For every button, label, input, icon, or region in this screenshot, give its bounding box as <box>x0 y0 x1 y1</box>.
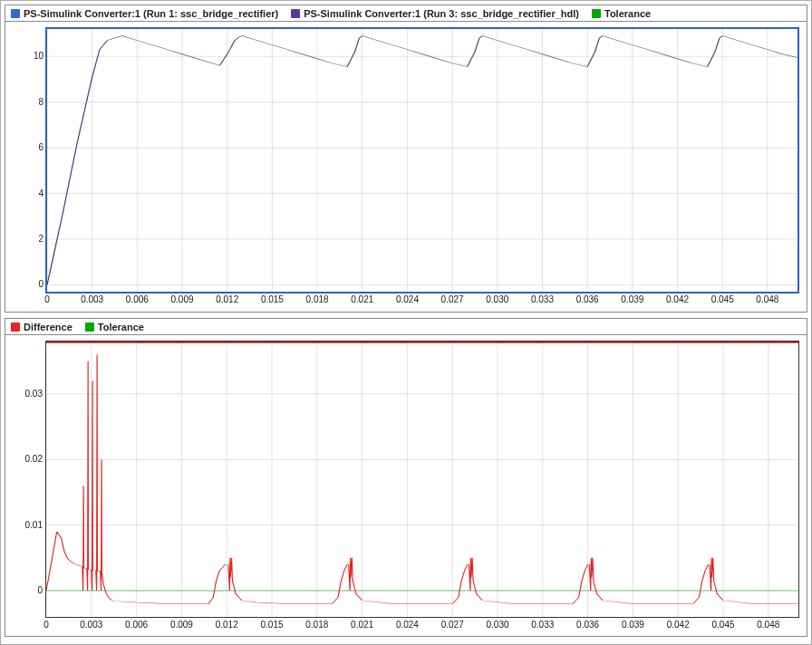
xtick-label: 0.015 <box>260 620 283 630</box>
legend-label-run3: PS-Simulink Converter:1 (Run 3: ssc_brid… <box>304 8 579 19</box>
xtick-label: 0.042 <box>666 294 689 304</box>
ytick-label: 2 <box>9 234 44 244</box>
xtick-label: 0.003 <box>81 294 103 304</box>
xtick-label: 0.027 <box>441 294 464 304</box>
swatch-diff <box>11 322 20 332</box>
xtick-label: 0.030 <box>486 620 508 630</box>
xtick-label: 0.003 <box>80 620 102 630</box>
xtick-label: 0.039 <box>622 620 644 630</box>
signal-trace <box>47 36 798 285</box>
xtick-label: 0.027 <box>441 620 464 630</box>
signal-grid <box>47 29 798 292</box>
difference-plot <box>46 342 798 617</box>
ytick-label: 0.02 <box>8 454 43 464</box>
xtick-label: 0.018 <box>306 294 329 304</box>
signal-legend: PS-Simulink Converter:1 (Run 1: ssc_brid… <box>5 5 807 22</box>
page: PS-Simulink Converter:1 (Run 1: ssc_brid… <box>0 0 812 645</box>
signal-svg <box>47 29 798 292</box>
xtick-label: 0.015 <box>261 294 284 304</box>
xtick-label: 0.024 <box>396 620 419 630</box>
legend-item-run3: PS-Simulink Converter:1 (Run 3: ssc_brid… <box>291 8 579 19</box>
ytick-label: 0 <box>9 279 44 289</box>
xtick-label: 0.030 <box>486 294 508 304</box>
legend-label-run1: PS-Simulink Converter:1 (Run 1: ssc_brid… <box>24 8 278 19</box>
xtick-label: 0.012 <box>216 620 238 630</box>
ytick-label: 6 <box>9 142 44 152</box>
legend-label-diff: Difference <box>24 322 72 332</box>
difference-svg <box>46 342 798 617</box>
ytick-label: 10 <box>9 51 44 61</box>
legend-item-diff: Difference <box>11 322 72 332</box>
xtick-label: 0.012 <box>216 294 238 304</box>
xtick-label: 0.045 <box>711 294 734 304</box>
xtick-label: 0.048 <box>756 294 778 304</box>
difference-grid <box>46 342 798 617</box>
xtick-label: 0.009 <box>171 294 194 304</box>
xtick-label: 0.021 <box>351 620 373 630</box>
xtick-label: 0.006 <box>126 294 149 304</box>
ytick-label: 8 <box>9 97 44 107</box>
swatch-run1 <box>11 9 20 18</box>
xtick-label: 0.045 <box>711 620 734 630</box>
swatch-run3 <box>291 9 300 18</box>
legend-item-tol-top: Tolerance <box>592 8 651 19</box>
signal-plot-stage[interactable]: 024681000.0030.0060.0090.0120.0150.0180.… <box>45 27 799 294</box>
signal-panel: PS-Simulink Converter:1 (Run 1: ssc_brid… <box>5 5 807 313</box>
ytick-label: 0.03 <box>8 389 43 399</box>
signal-plot <box>47 29 798 292</box>
ytick-label: 0 <box>8 585 43 595</box>
xtick-label: 0 <box>44 294 50 304</box>
ytick-label: 0.01 <box>8 520 43 530</box>
xtick-label: 0.042 <box>667 620 690 630</box>
legend-item-run1: PS-Simulink Converter:1 (Run 1: ssc_brid… <box>11 8 278 19</box>
xtick-label: 0.024 <box>396 294 419 304</box>
difference-panel: Difference Tolerance 00.010.020.0300.003… <box>5 318 807 637</box>
xtick-label: 0.036 <box>576 294 599 304</box>
xtick-label: 0.033 <box>531 620 554 630</box>
difference-plot-stage[interactable]: 00.010.020.0300.0030.0060.0090.0120.0150… <box>45 341 799 618</box>
difference-trace <box>46 354 798 603</box>
xtick-label: 0.009 <box>170 620 193 630</box>
swatch-tol-top <box>592 9 601 18</box>
xtick-label: 0.021 <box>351 294 373 304</box>
xtick-label: 0.033 <box>531 294 554 304</box>
xtick-label: 0 <box>44 620 49 630</box>
legend-label-tol-bot: Tolerance <box>98 322 144 332</box>
xtick-label: 0.018 <box>305 620 328 630</box>
xtick-label: 0.048 <box>757 620 779 630</box>
xtick-label: 0.036 <box>576 620 599 630</box>
ytick-label: 4 <box>9 188 44 198</box>
swatch-tol-bot <box>85 322 94 332</box>
legend-item-tol-bot: Tolerance <box>85 322 144 332</box>
xtick-label: 0.039 <box>621 294 643 304</box>
legend-label-tol-top: Tolerance <box>604 8 651 19</box>
xtick-label: 0.006 <box>125 620 148 630</box>
difference-legend: Difference Tolerance <box>5 319 807 335</box>
